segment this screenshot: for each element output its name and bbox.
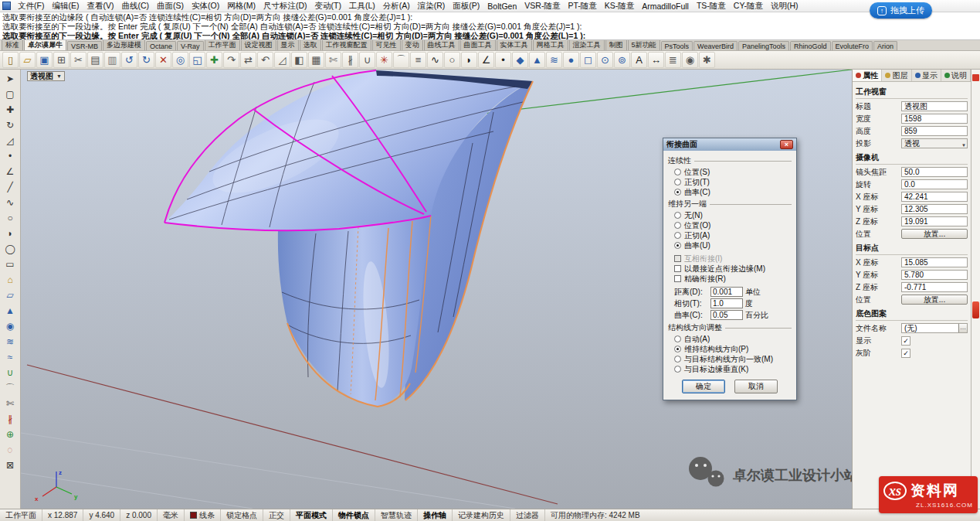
move-icon[interactable]: ⇄ (240, 52, 256, 68)
radio-option[interactable]: 正切(A) (668, 230, 792, 240)
menu-item[interactable]: VSR-随意 (521, 1, 564, 12)
mirror-icon[interactable]: ◧ (291, 52, 307, 68)
ribbon-tab[interactable]: 变动 (402, 40, 423, 50)
polygon-tool-icon[interactable]: ⌂ (1, 272, 19, 288)
point-icon[interactable]: • (495, 52, 511, 68)
hide-tool-icon[interactable]: ◌ (1, 442, 19, 458)
circle-tool-icon[interactable]: ○ (1, 210, 19, 226)
cut-icon[interactable]: ✂ (70, 52, 86, 68)
status-toggle[interactable]: 智慧轨迹 (375, 509, 418, 521)
extrude-tool-icon[interactable]: ▲ (1, 303, 19, 318)
undo-icon[interactable]: ↺ (121, 52, 137, 68)
property-value[interactable]: 15.085 (901, 257, 968, 267)
ellipse-tool-icon[interactable]: ◯ (1, 241, 19, 257)
checkbox-option[interactable]: 精确衔接(R) (668, 274, 792, 284)
property-value[interactable]: 19.091 (901, 216, 968, 226)
radio-option[interactable]: 正切(T) (668, 177, 792, 187)
status-toggle[interactable]: 操作轴 (418, 509, 453, 521)
ribbon-tab[interactable]: RhinoGold (790, 41, 831, 50)
split-tool-icon[interactable]: ∦ (1, 411, 19, 427)
rotate-tool-icon[interactable]: ↻ (1, 117, 19, 133)
tab-help[interactable]: 说明 (941, 70, 971, 81)
open-file-icon[interactable]: ▱ (19, 52, 36, 68)
rotate-icon[interactable]: ↶ (257, 52, 273, 68)
tab-display[interactable]: 显示 (912, 70, 941, 81)
tab-properties[interactable]: 属性 (853, 70, 882, 81)
select-pointer-icon[interactable]: ➤ (1, 71, 19, 87)
cancel-button[interactable]: 取消 (734, 380, 778, 393)
polyline-icon[interactable]: ∠ (478, 52, 494, 68)
property-value[interactable]: (无) (901, 323, 968, 333)
checkbox-option[interactable]: 互相衔接(I) (668, 254, 792, 264)
ribbon-tab[interactable]: WeaverBird (693, 41, 738, 50)
status-toggle[interactable]: 过滤器 (510, 509, 545, 521)
tolerance-input[interactable]: 0.001 (710, 287, 743, 297)
rotate-view-icon[interactable]: ↷ (223, 52, 239, 68)
extrude-icon[interactable]: ▲ (529, 52, 545, 68)
redo-icon[interactable]: ↻ (138, 52, 154, 68)
property-value[interactable]: -0.771 (901, 282, 968, 292)
radio-option[interactable]: 与目标边缘垂直(K) (668, 364, 792, 374)
command-prompt[interactable]: 选取要衔接至的下一段边缘。按 Enter 完成 ( 复原(U) 下一个(N) 全… (2, 31, 978, 40)
menu-item[interactable]: 工具(L) (345, 1, 379, 12)
ribbon-tab[interactable]: 5新功能 (628, 40, 660, 50)
ribbon-tab[interactable]: 标准 (2, 40, 23, 50)
menu-item[interactable]: ArmadilloFull (638, 2, 693, 11)
radio-option[interactable]: 维持结构线方向(P) (668, 344, 792, 354)
circle-icon[interactable]: ○ (444, 52, 460, 68)
close-icon[interactable]: × (780, 140, 793, 149)
scale-tool-icon[interactable]: ◿ (1, 133, 19, 148)
menu-item[interactable]: CY-随意 (730, 1, 767, 12)
ribbon-tab[interactable]: 工作平面 (205, 40, 240, 50)
loft-icon[interactable]: ≋ (546, 52, 562, 68)
ribbon-tab[interactable]: Octane (146, 41, 176, 50)
tolerance-input[interactable]: 1.0 (710, 298, 743, 308)
cylinder-icon[interactable]: ⊙ (597, 52, 613, 68)
menu-item[interactable]: BoltGen (483, 2, 521, 11)
property-value[interactable]: 0.0 (901, 179, 968, 189)
loft-tool-icon[interactable]: ≈ (1, 349, 19, 365)
property-value[interactable]: ✓ (901, 336, 910, 346)
dimension-icon[interactable]: ↔ (648, 52, 664, 68)
split-icon[interactable]: ∦ (342, 52, 358, 68)
menu-item[interactable]: TS-随意 (693, 1, 730, 12)
checkbox-option[interactable]: 以最接近点衔接边缘(M) (668, 264, 792, 274)
property-value[interactable]: 859 (901, 126, 968, 136)
menu-item[interactable]: 说明(H) (767, 1, 802, 12)
save-icon[interactable]: ▣ (36, 52, 53, 68)
arc-tool-icon[interactable]: ◗ (1, 226, 19, 241)
radio-option[interactable]: 无(N) (668, 210, 792, 220)
property-value[interactable]: 1598 (901, 114, 968, 124)
sphere-icon[interactable]: ● (563, 52, 579, 68)
zoom-window-icon[interactable]: ◱ (189, 52, 205, 68)
trim-tool-icon[interactable]: ✄ (1, 396, 19, 411)
surface-tool-icon[interactable]: ▱ (1, 288, 19, 303)
viewport-title-tab[interactable]: 透视图 ▼ (27, 71, 65, 81)
line-tool-icon[interactable]: ╱ (1, 179, 19, 195)
status-toggle[interactable]: 平面模式 (290, 509, 333, 521)
command-history[interactable]: 选取要衔接至的边缘段 ( 自动连锁(A)=否 连锁连续性(C)=相切 方向(D)… (0, 12, 980, 40)
ribbon-tab[interactable]: 渲染工具 (569, 40, 605, 50)
ribbon-tab[interactable]: Arion (873, 41, 897, 50)
property-value[interactable]: 放置... (901, 229, 968, 239)
ribbon-tab[interactable]: 网格工具 (533, 40, 568, 50)
menu-item[interactable]: 实体(O) (188, 1, 223, 12)
dialog-titlebar[interactable]: 衔接曲面 × (663, 138, 796, 151)
property-value[interactable]: 透视图 (901, 101, 968, 111)
cplane-button[interactable]: 工作平面 (0, 509, 42, 521)
radio-option[interactable]: 自动(A) (668, 334, 792, 344)
status-toggle[interactable]: 锁定格点 (221, 509, 263, 521)
ribbon-tab[interactable]: PanelingTools (738, 41, 789, 50)
ribbon-tab[interactable]: 实体工具 (497, 40, 532, 50)
property-value[interactable]: ✓ (901, 349, 910, 358)
menu-item[interactable]: 查看(V) (83, 1, 117, 12)
menu-item[interactable]: 编辑(E) (48, 1, 83, 12)
boolean-tool-icon[interactable]: ∪ (1, 365, 19, 380)
tolerance-input[interactable]: 0.05 (710, 310, 743, 320)
units-cell[interactable]: 毫米 (158, 509, 185, 521)
menu-item[interactable]: 分析(A) (379, 1, 414, 12)
ribbon-tab[interactable]: 可见性 (372, 40, 401, 50)
ribbon-tab[interactable]: VSR-MB (67, 41, 102, 50)
menu-item[interactable]: 文件(F) (14, 1, 48, 12)
radio-option[interactable]: 曲率(U) (668, 240, 792, 250)
